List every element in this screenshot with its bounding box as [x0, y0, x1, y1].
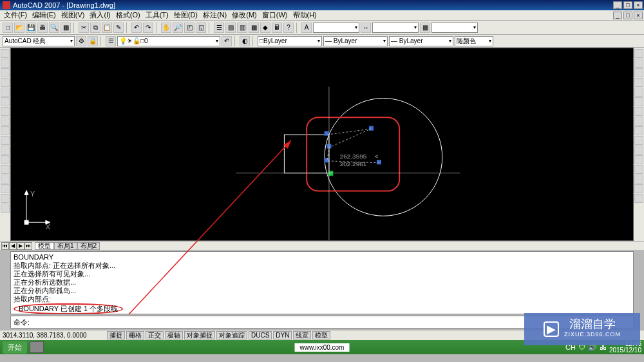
- copy2-icon[interactable]: [634, 59, 643, 68]
- menu-view[interactable]: 视图(V): [59, 10, 88, 20]
- dimstyle-icon[interactable]: ↔: [361, 23, 371, 33]
- menu-help[interactable]: 帮助(H): [290, 10, 319, 20]
- cut-icon[interactable]: ✂: [79, 23, 89, 33]
- tablestyle-icon[interactable]: ▦: [420, 23, 430, 33]
- erase-icon[interactable]: [634, 49, 643, 58]
- markup-icon[interactable]: ◆: [260, 23, 270, 33]
- toggle-grid[interactable]: 栅格: [126, 331, 144, 339]
- help-icon[interactable]: ?: [283, 23, 294, 33]
- start-button[interactable]: 开始: [3, 341, 27, 354]
- tab-nav-prev[interactable]: ◀: [9, 242, 17, 250]
- designcenter-icon[interactable]: ▤: [225, 23, 236, 33]
- color-dropdown[interactable]: □ByLayer▾: [258, 36, 322, 46]
- lineweight-dropdown[interactable]: — ByLayer▾: [389, 36, 453, 46]
- layer-prev-icon[interactable]: ↶: [222, 36, 232, 46]
- plot-icon[interactable]: 🖶: [37, 23, 48, 33]
- toggle-osnap[interactable]: 对象捕捉: [184, 331, 215, 339]
- break-icon[interactable]: [634, 155, 643, 164]
- toggle-ortho[interactable]: 正交: [146, 331, 164, 339]
- toggle-dyn[interactable]: DYN: [273, 331, 292, 339]
- undo-icon[interactable]: ↶: [131, 23, 142, 33]
- preview-icon[interactable]: 🔍: [49, 23, 59, 33]
- region-icon[interactable]: [1, 184, 10, 193]
- menu-window[interactable]: 窗口(W): [260, 10, 290, 20]
- linetype-dropdown[interactable]: — ByLayer▾: [323, 36, 388, 46]
- coord-readout[interactable]: 3014.3110, 388.7183, 0.0000: [3, 332, 106, 339]
- toggle-model[interactable]: 模型: [312, 331, 330, 339]
- match-prop-icon[interactable]: ✎: [113, 23, 124, 33]
- textstyle-icon[interactable]: A: [301, 23, 312, 33]
- circle-icon[interactable]: [1, 107, 10, 116]
- layer-manager-icon[interactable]: ☰: [106, 36, 116, 46]
- ray-icon[interactable]: [1, 59, 10, 68]
- close-button[interactable]: ×: [634, 1, 643, 9]
- sheetset-icon[interactable]: ▦: [249, 23, 259, 33]
- gradient-icon[interactable]: [1, 175, 10, 184]
- menu-format[interactable]: 格式(O): [113, 10, 143, 20]
- publish-icon[interactable]: ▦: [61, 23, 71, 33]
- join-icon[interactable]: [634, 165, 643, 174]
- properties-icon[interactable]: ☰: [214, 23, 224, 33]
- block-icon[interactable]: [1, 146, 10, 155]
- mirror-icon[interactable]: [634, 68, 643, 77]
- zoom-rt-icon[interactable]: 🔎: [173, 23, 183, 33]
- textstyle-dropdown[interactable]: ▾: [313, 23, 359, 33]
- hatch-icon[interactable]: [1, 165, 10, 174]
- move-icon[interactable]: [634, 97, 643, 106]
- new-icon[interactable]: □: [3, 23, 13, 33]
- menu-insert[interactable]: 插入(I): [87, 10, 113, 20]
- drawing-canvas[interactable]: Y X 262.3595 202.2961 <: [10, 48, 634, 241]
- tab-model[interactable]: 模型: [35, 242, 54, 250]
- menu-file[interactable]: 文件(F): [1, 10, 30, 20]
- maximize-button[interactable]: □: [623, 1, 632, 9]
- arc-icon[interactable]: [1, 97, 10, 106]
- table-icon[interactable]: [1, 194, 10, 203]
- chamfer-icon[interactable]: [634, 175, 643, 184]
- polygon-icon[interactable]: [1, 78, 10, 87]
- tab-layout2[interactable]: 布局2: [77, 242, 100, 250]
- array-icon[interactable]: [634, 88, 643, 97]
- rotate-icon[interactable]: [634, 107, 643, 116]
- menu-edit[interactable]: 编辑(E): [30, 10, 59, 20]
- toggle-lwt[interactable]: 线宽: [293, 331, 311, 339]
- taskbar-autocad-button[interactable]: [30, 341, 44, 353]
- copy-icon[interactable]: ⧉: [90, 23, 100, 33]
- tablestyle-dropdown[interactable]: ▾: [431, 23, 478, 33]
- workspace-settings-icon[interactable]: ⚙: [76, 36, 86, 46]
- offset-icon[interactable]: [634, 78, 643, 87]
- tab-nav-last[interactable]: ⏭: [24, 242, 32, 250]
- line-icon[interactable]: [1, 49, 10, 58]
- ellipse-icon[interactable]: [1, 136, 10, 145]
- redo-icon[interactable]: ↷: [143, 23, 153, 33]
- menu-dimension[interactable]: 标注(N): [200, 10, 229, 20]
- dimstyle-dropdown[interactable]: ▾: [372, 23, 419, 33]
- layer-dropdown[interactable]: 💡☀🔓□ 0 ▾: [117, 36, 220, 46]
- toolpalette-icon[interactable]: ▥: [237, 23, 247, 33]
- tab-nav-next[interactable]: ▶: [17, 242, 24, 250]
- layer-make-current-icon[interactable]: ◐: [240, 36, 250, 46]
- doc-restore-button[interactable]: □: [623, 12, 632, 19]
- command-history[interactable]: BOUNDARY 拾取内部点: 正在选择所有对象... 正在选择所有可见对象..…: [10, 251, 634, 314]
- stretch-icon[interactable]: [634, 126, 643, 135]
- menu-draw[interactable]: 绘图(D): [171, 10, 200, 20]
- toggle-snap[interactable]: 捕捉: [107, 331, 125, 339]
- text-icon[interactable]: [1, 204, 10, 213]
- extend-icon[interactable]: [634, 146, 643, 155]
- explode-icon[interactable]: [634, 194, 643, 203]
- revcloud-icon[interactable]: [1, 117, 10, 126]
- trim-icon[interactable]: [634, 136, 643, 145]
- doc-minimize-button[interactable]: _: [613, 12, 622, 19]
- fillet-icon[interactable]: [634, 184, 643, 193]
- workspace-lock-icon[interactable]: 🔒: [88, 36, 98, 46]
- scale-icon[interactable]: [634, 117, 643, 126]
- tab-layout1[interactable]: 布局1: [54, 242, 77, 250]
- workspace-dropdown[interactable]: AutoCAD 经典▾: [3, 36, 75, 46]
- zoom-win-icon[interactable]: ◰: [184, 23, 194, 33]
- calc-icon[interactable]: 🖩: [272, 23, 282, 33]
- rectangle-icon[interactable]: [1, 88, 10, 97]
- paste-icon[interactable]: 📋: [102, 23, 112, 33]
- spline-icon[interactable]: [1, 126, 10, 135]
- open-icon[interactable]: 📂: [14, 23, 24, 33]
- zoom-prev-icon[interactable]: ◱: [196, 23, 206, 33]
- doc-close-button[interactable]: ×: [634, 12, 643, 19]
